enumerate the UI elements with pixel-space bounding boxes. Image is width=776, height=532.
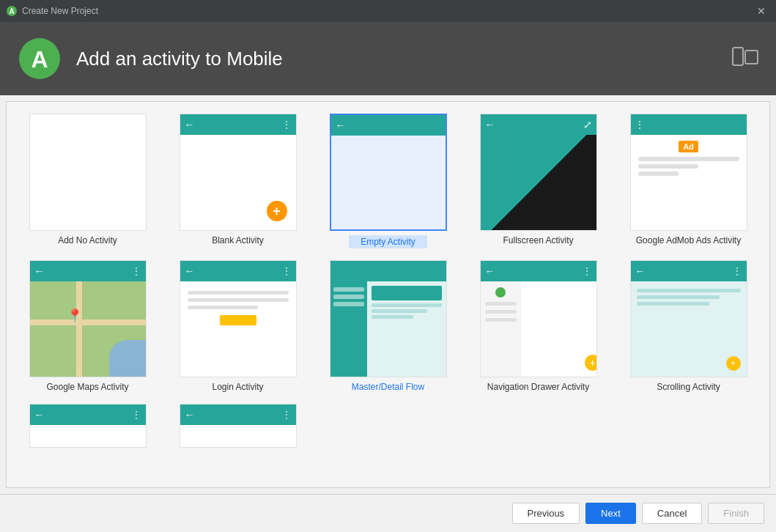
master-detail-label: Master/Detail Flow [352, 382, 424, 392]
blank-back-arrow: ← [185, 119, 195, 130]
maps-pin: 📍 [67, 308, 83, 324]
activity-item-nav-drawer[interactable]: ← ⋮ + Navigation Drawer Activity [469, 260, 607, 392]
login-thumb-bar: ← ⋮ [180, 261, 296, 281]
app-icon: A [6, 5, 18, 17]
activity-item-partial-2[interactable]: ← ⋮ [169, 404, 307, 448]
login-lines [180, 281, 296, 331]
partial-2-thumbnail: ← ⋮ [180, 404, 297, 448]
maps-dots: ⋮ [132, 266, 141, 276]
admob-activity-label: Google AdMob Ads Activity [636, 235, 741, 245]
fullscreen-thumb-body [481, 135, 596, 230]
partial-1-bar: ← ⋮ [30, 404, 146, 425]
detail-line-3 [372, 315, 414, 319]
blank-fab: + [267, 201, 287, 221]
detail-line-2 [372, 309, 428, 313]
activity-grid: Add No Activity ← ⋮ + Blank Activity ← [18, 114, 758, 448]
partial-1-arrow: ← [34, 409, 45, 421]
title-bar-left: A Create New Project [6, 5, 98, 17]
master-detail-thumb-bar [330, 261, 446, 281]
master-list [330, 281, 367, 377]
activity-item-login[interactable]: ← ⋮ Login Activity [169, 260, 307, 392]
maps-road-h [30, 319, 146, 325]
admob-line-1 [638, 157, 739, 161]
scroll-line-2 [637, 295, 720, 299]
empty-thumb-bar: ← [331, 115, 446, 136]
fullscreen-expand-icon: ⤢ [583, 119, 592, 130]
login-line-2 [188, 298, 289, 302]
nav-drawer-thumbnail: ← ⋮ + [480, 260, 597, 377]
activity-item-blank[interactable]: ← ⋮ + Blank Activity [169, 114, 307, 248]
partial-2-arrow: ← [185, 409, 195, 421]
blank-activity-thumbnail: ← ⋮ + [180, 114, 297, 231]
detail-panel [367, 281, 446, 377]
scroll-line-1 [637, 289, 741, 292]
partial-1-dots: ⋮ [132, 410, 141, 420]
scrolling-fab: + [726, 356, 741, 371]
activity-grid-container: Add No Activity ← ⋮ + Blank Activity ← [6, 101, 770, 488]
previous-button[interactable]: Previous [512, 503, 580, 524]
svg-rect-5 [745, 51, 758, 64]
partial-2-dots: ⋮ [282, 410, 292, 420]
login-dots: ⋮ [282, 266, 292, 276]
scrolling-thumbnail: ← ⋮ + [630, 260, 747, 377]
login-thumbnail: ← ⋮ [180, 260, 297, 377]
scrolling-thumb-body: + [631, 281, 747, 377]
nav-drawer-body: + [481, 281, 596, 377]
drawer-item-1 [485, 302, 517, 306]
blank-thumb-body: + [180, 135, 296, 230]
master-item-3 [333, 302, 364, 306]
blank-dots: ⋮ [282, 119, 292, 130]
svg-text:A: A [9, 7, 14, 15]
login-activity-label: Login Activity [212, 382, 263, 392]
fullscreen-thumb-bar: ← ⤢ [481, 114, 596, 135]
login-btn-shape [220, 315, 256, 325]
add-no-activity-label: Add No Activity [58, 235, 117, 245]
activity-item-admob[interactable]: ⋮ Ad Google AdMob Ads Activity [619, 114, 758, 248]
detail-lines [372, 303, 442, 319]
maps-thumb-bar: ← ⋮ [30, 261, 146, 281]
activity-item-fullscreen[interactable]: ← ⤢ Fullscreen Activity [469, 114, 607, 248]
maps-water [109, 340, 146, 377]
scrolling-activity-label: Scrolling Activity [657, 382, 720, 392]
detail-line-1 [372, 303, 442, 307]
add-no-activity-thumbnail [29, 114, 147, 231]
activity-item-partial-1[interactable]: ← ⋮ [18, 404, 157, 448]
master-item-2 [333, 295, 364, 299]
activity-item-master-detail[interactable]: Master/Detail Flow [319, 260, 457, 392]
cancel-button[interactable]: Cancel [642, 503, 702, 524]
svg-rect-4 [733, 48, 743, 65]
device-icon [732, 46, 758, 71]
scrolling-thumb-bar: ← ⋮ [631, 261, 747, 281]
fullscreen-back-arrow: ← [485, 119, 495, 130]
maps-thumb-body: 📍 [30, 281, 146, 377]
admob-thumbnail: ⋮ Ad [630, 114, 747, 231]
scroll-line-3 [637, 302, 709, 306]
admob-thumb-body: Ad [631, 135, 747, 230]
blank-thumb-bar: ← ⋮ [180, 114, 296, 135]
drawer-circle [495, 287, 506, 298]
activity-item-add-no-activity[interactable]: Add No Activity [18, 114, 157, 248]
login-back-arrow: ← [185, 265, 195, 277]
admob-thumb-bar: ⋮ [631, 114, 747, 135]
header: A Add an activity to Mobile [0, 22, 776, 95]
master-detail-thumbnail [330, 260, 447, 377]
footer: Previous Next Cancel Finish [0, 494, 776, 532]
activity-item-empty[interactable]: ← Empty Activity [319, 114, 457, 248]
empty-activity-thumbnail: ← [330, 114, 447, 231]
activity-item-maps[interactable]: ← ⋮ 📍 Google Maps Activity [18, 260, 157, 392]
master-detail-body [330, 281, 446, 377]
login-line-1 [188, 291, 289, 295]
blank-activity-label: Blank Activity [212, 235, 264, 245]
nav-drawer-dots: ⋮ [583, 266, 592, 276]
next-button[interactable]: Next [585, 503, 636, 524]
login-thumb-body [180, 281, 296, 377]
header-logo: A [18, 37, 62, 81]
drawer-item-3 [485, 318, 517, 322]
close-button[interactable]: ✕ [753, 4, 770, 18]
maps-thumbnail: ← ⋮ 📍 [29, 260, 147, 377]
scroll-lines [631, 281, 747, 313]
finish-button[interactable]: Finish [708, 503, 764, 524]
activity-item-scrolling[interactable]: ← ⋮ + Scrolling Activity [619, 260, 758, 392]
master-item-1 [333, 287, 364, 292]
admob-badge: Ad [679, 141, 698, 152]
